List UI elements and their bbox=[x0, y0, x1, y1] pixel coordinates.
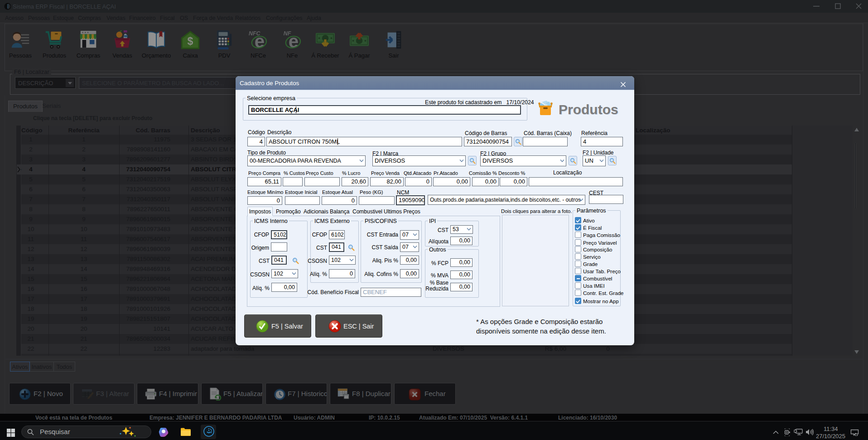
svg-text:$: $ bbox=[188, 36, 193, 48]
